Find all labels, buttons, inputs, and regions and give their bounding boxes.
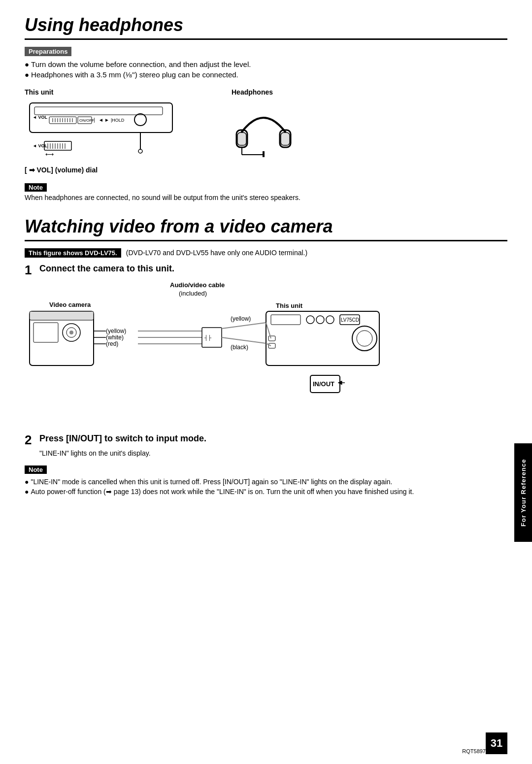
- step-1-number: 1: [25, 264, 34, 276]
- svg-point-21: [138, 149, 142, 153]
- svg-text:LV75CD: LV75CD: [341, 317, 359, 323]
- svg-rect-65: [271, 315, 300, 325]
- svg-text:(red): (red): [106, 340, 118, 347]
- svg-point-68: [326, 316, 334, 324]
- video-diagram-container: Audio/video cable (included) Video camer…: [25, 281, 507, 424]
- prep-bullet-2: Headphones with a 3.5 mm (¹⁄₈") stereo p…: [25, 70, 507, 79]
- note-list-2: "LINE-IN" mode is cancelled when this un…: [25, 478, 507, 496]
- svg-point-47: [69, 331, 73, 334]
- figure-note: (DVD-LV70 and DVD-LV55 have only one AUD…: [126, 249, 307, 257]
- svg-text:(yellow): (yellow): [231, 315, 251, 322]
- sidebar-reference-tab: For Your Reference: [514, 443, 532, 542]
- svg-text:|HOLD: |HOLD: [111, 118, 125, 123]
- svg-rect-64: [266, 311, 379, 365]
- step-1: 1 Connect the camera to this unit.: [25, 264, 507, 276]
- step-2-desc: "LINE-IN" lights on the unit's display.: [39, 449, 507, 457]
- svg-text:(black): (black): [231, 344, 248, 351]
- step-1-text: Connect the camera to this unit.: [39, 264, 174, 274]
- svg-text:◄ VOL: ◄ VOL: [33, 115, 47, 120]
- watching-section: Watching video from a video camera This …: [25, 216, 507, 496]
- step-2: 2 Press [IN/OUT] to switch to input mode…: [25, 433, 507, 446]
- audio-cable-label: Audio/video cable: [170, 281, 225, 289]
- svg-text:IN/OUT: IN/OUT: [313, 380, 334, 388]
- page-number: 31: [486, 732, 507, 754]
- step-2-text: Press [IN/OUT] to switch to input mode.: [39, 433, 206, 444]
- note-text-1: When headphones are connected, no sound …: [25, 194, 507, 201]
- this-unit-device-svg: ◄ VOL ON/OFF | ◄ ► |HOLD: [25, 98, 182, 162]
- svg-rect-1: [34, 107, 163, 115]
- svg-text:◄: ◄: [99, 117, 103, 123]
- this-unit-label: This unit: [25, 88, 53, 96]
- svg-rect-73: [268, 336, 275, 341]
- svg-rect-35: [237, 133, 246, 145]
- note-2-bullet-2: Auto power-off function (➡ page 13) does…: [25, 488, 507, 496]
- prep-bullet-1: Turn down the volume before connection, …: [25, 60, 507, 68]
- svg-text:►: ►: [104, 117, 109, 123]
- rqt-code: RQT5897: [462, 748, 486, 754]
- svg-text:⟷: ⟷: [45, 151, 54, 158]
- figure-badge: This figure shows DVD-LV75.: [25, 248, 121, 258]
- cable-labels: Audio/video cable: [111, 281, 507, 289]
- video-connection-svg: Video camera (yellow) (white) (red): [25, 299, 468, 422]
- note-label-1: Note: [25, 183, 47, 192]
- vol-dial-caption: [ ➡ VOL] (volume) dial: [25, 166, 98, 174]
- headphones-label: Headphones: [232, 88, 273, 96]
- svg-rect-44: [33, 323, 58, 342]
- svg-rect-36: [281, 133, 290, 145]
- svg-point-67: [316, 316, 324, 324]
- svg-text:(yellow): (yellow): [106, 328, 126, 334]
- note-2-bullet-1: "LINE-IN" mode is cancelled when this un…: [25, 478, 507, 486]
- svg-text:◄ VOL: ◄ VOL: [33, 143, 47, 148]
- svg-rect-40: [263, 151, 265, 157]
- svg-line-60: [222, 337, 266, 343]
- headphones-wrapper: Headphones: [232, 88, 296, 157]
- svg-line-78: [266, 323, 271, 338]
- note-box-1: Note When headphones are connected, no s…: [25, 183, 507, 201]
- svg-point-66: [306, 316, 314, 324]
- note-box-2: Note "LINE-IN" mode is cancelled when th…: [25, 465, 507, 496]
- preparations-list: Turn down the volume before connection, …: [25, 60, 507, 79]
- svg-point-71: [352, 326, 377, 351]
- svg-rect-43: [30, 311, 94, 320]
- note-label-2: Note: [25, 465, 47, 474]
- svg-text:ON/OFF: ON/OFF: [79, 118, 94, 123]
- section-title-watching: Watching video from a video camera: [25, 216, 507, 241]
- svg-text:This unit: This unit: [276, 302, 303, 309]
- svg-point-72: [357, 331, 372, 346]
- svg-text:Video camera: Video camera: [49, 301, 91, 308]
- svg-rect-74: [268, 343, 275, 348]
- headphones-svg: [232, 98, 296, 157]
- svg-text:|: |: [94, 117, 95, 123]
- figure-note-row: This figure shows DVD-LV75. (DVD-LV70 an…: [25, 248, 507, 258]
- this-unit-wrapper: This unit ◄ VOL ON/OFF | ◄: [25, 88, 182, 174]
- headphones-diagram: This unit ◄ VOL ON/OFF | ◄: [25, 88, 507, 174]
- cable-sub-label: (included): [111, 290, 507, 297]
- audio-cable-sub: (included): [179, 290, 207, 297]
- svg-point-19: [134, 114, 146, 126]
- svg-line-59: [222, 323, 266, 329]
- section-title-headphones: Using headphones: [25, 15, 507, 40]
- step-2-number: 2: [25, 433, 34, 446]
- svg-text:(white): (white): [106, 334, 124, 341]
- svg-text:┤├: ┤├: [204, 334, 212, 341]
- preparations-badge: Preparations: [25, 47, 71, 56]
